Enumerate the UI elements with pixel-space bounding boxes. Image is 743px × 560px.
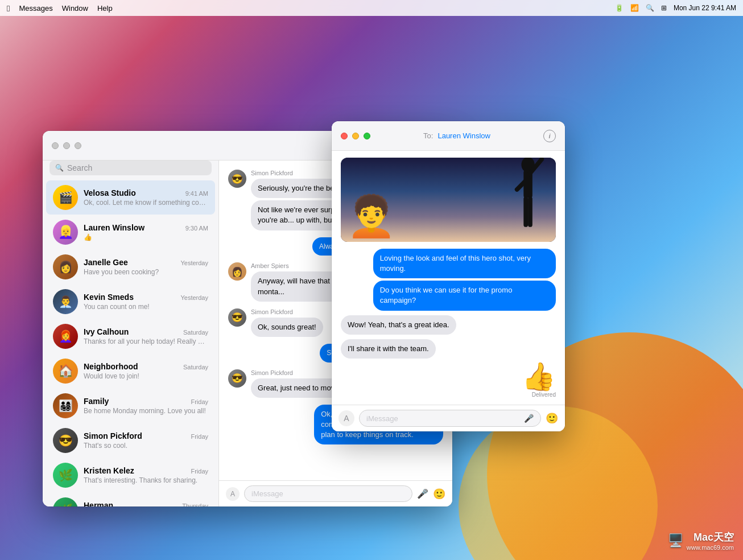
my-bubbles-front: Loving the look and feel of this hero sh… <box>341 249 556 311</box>
emoji-icon-back[interactable]: 🙂 <box>433 488 445 500</box>
bubble-lauren-2: I'll share it with the team. <box>341 339 436 359</box>
conversation-list: 🎬 Velosa Studio 9:41 AM Ok, cool. Let me… <box>43 180 218 507</box>
conv-info-ivy: Ivy Calhoun Saturday Thanks for all your… <box>84 327 208 345</box>
search-icon-small: 🔍 <box>55 164 64 172</box>
sidebar: 🔍 Search 🎬 Velosa Studio 9:41 AM Ok, coo… <box>43 160 219 507</box>
lauren-bubble-2-row: I'll share it with the team. <box>341 339 556 359</box>
maximize-button-back[interactable] <box>75 142 81 149</box>
conv-item-ivy[interactable]: 👩‍🦰 Ivy Calhoun Saturday Thanks for all … <box>46 319 215 353</box>
bubble-front-1: Loving the look and feel of this hero sh… <box>373 249 556 278</box>
conv-time-ivy: Saturday <box>183 329 208 336</box>
conv-name-simon: Simon Pickford <box>84 431 142 440</box>
messages-window-front: To: Lauren Winslow i <box>332 121 565 431</box>
menubar-window[interactable]: Window <box>62 4 88 13</box>
front-chat-area: 🧑‍🦱 Loving the look and feel of this her… <box>332 151 565 431</box>
info-button[interactable]: i <box>543 130 556 142</box>
conv-info-lauren: Lauren Winslow 9:30 AM 👍 <box>84 223 208 241</box>
lauren-bubbles: Wow! Yeah, that's a great idea. <box>341 315 556 335</box>
thumbs-up-emoji: 👍 <box>522 363 556 390</box>
traffic-lights-front <box>341 133 370 139</box>
conv-info-neighborhood: Neighborhood Saturday Would love to join… <box>84 362 208 380</box>
watermark-logo: Mac天空 <box>687 530 734 544</box>
conv-preview-family: Be home Monday morning. Love you all! <box>84 407 208 415</box>
traffic-lights-back <box>52 142 81 149</box>
avatar-simon: 😎 <box>53 428 78 453</box>
conv-item-janelle[interactable]: 👩 Janelle Gee Yesterday Have you been co… <box>46 250 215 284</box>
conv-preview-kristen: That's interesting. Thanks for sharing. <box>84 476 208 484</box>
audio-icon-front: 🎤 <box>524 414 534 423</box>
conv-name-janelle: Janelle Gee <box>84 258 128 267</box>
imessage-input-back-field[interactable]: iMessage <box>244 485 412 502</box>
recipient-front: Lauren Winslow <box>437 131 490 140</box>
minimize-button-back[interactable] <box>63 142 70 149</box>
emoji-icon-front[interactable]: 🙂 <box>546 412 558 425</box>
avatar-velosa: 🎬 <box>53 185 78 210</box>
conv-info-family: Family Friday Be home Monday morning. Lo… <box>84 397 208 415</box>
avatar-herman: 🌿 <box>53 497 78 507</box>
conv-preview-kevin: You can count on me! <box>84 303 208 311</box>
conv-item-velosa[interactable]: 🎬 Velosa Studio 9:41 AM Ok, cool. Let me… <box>46 180 215 215</box>
wifi-icon: 📶 <box>630 4 639 12</box>
front-input-row: A iMessage 🎤 🙂 <box>332 405 565 431</box>
input-placeholder-front: iMessage <box>366 414 519 423</box>
bubble-simon-2: Ok, sounds great! <box>251 318 323 337</box>
svg-rect-5 <box>528 196 533 227</box>
to-label-front: To: <box>423 131 433 140</box>
search-placeholder: Search <box>67 163 92 172</box>
close-button-front[interactable] <box>341 133 348 139</box>
menubar-help[interactable]: Help <box>97 4 113 13</box>
conv-item-kristen[interactable]: 🌿 Kristen Kelez Friday That's interestin… <box>46 458 215 492</box>
conv-preview-velosa: Ok, cool. Let me know if something comes… <box>84 199 208 207</box>
bubble-lauren-1: Wow! Yeah, that's a great idea. <box>341 315 456 335</box>
conv-info-janelle: Janelle Gee Yesterday Have you been cook… <box>84 258 208 276</box>
menubar-messages[interactable]: Messages <box>19 4 52 13</box>
avatar-lauren: 👱‍♀️ <box>53 220 78 245</box>
close-button-back[interactable] <box>52 142 59 149</box>
front-messages: 🧑‍🦱 Loving the look and feel of this her… <box>332 151 565 405</box>
conv-time-kevin: Yesterday <box>180 294 208 301</box>
search-bar[interactable]: 🔍 Search <box>49 160 212 175</box>
search-icon[interactable]: 🔍 <box>646 4 654 12</box>
appstore-button-back[interactable]: A <box>226 487 240 501</box>
conv-item-lauren[interactable]: 👱‍♀️ Lauren Winslow 9:30 AM 👍 <box>46 215 215 249</box>
thumbs-delivered: 👍 Delivered <box>341 363 556 398</box>
maximize-button-front[interactable] <box>364 133 370 139</box>
imessage-input-front[interactable]: iMessage 🎤 <box>359 410 541 427</box>
datetime: Mon Jun 22 9:41 AM <box>674 4 736 12</box>
conv-info-velosa: Velosa Studio 9:41 AM Ok, cool. Let me k… <box>84 188 208 207</box>
input-row-back: A iMessage 🎤 🙂 <box>219 480 452 507</box>
conv-preview-neighborhood: Would love to join! <box>84 372 208 380</box>
conv-time-janelle: Yesterday <box>180 260 208 266</box>
audio-icon-back: 🎤 <box>417 488 428 499</box>
bubble-front-2: Do you think we can use it for the promo… <box>373 281 556 310</box>
apple-menu[interactable]:  <box>7 3 10 13</box>
control-center-icon[interactable]: ⊞ <box>661 4 667 12</box>
memoji-overlay: 🧑‍🦱 <box>346 196 396 236</box>
battery-icon: 🔋 <box>615 4 624 12</box>
front-header: To: Lauren Winslow i <box>332 121 565 151</box>
conv-info-kevin: Kevin Smeds Yesterday You can count on m… <box>84 293 208 311</box>
watermark-url: www.mac69.com <box>687 544 734 551</box>
conv-item-simon[interactable]: 😎 Simon Pickford Friday That's so cool. <box>46 423 215 458</box>
conv-item-kevin[interactable]: 👨‍💼 Kevin Smeds Yesterday You can count … <box>46 285 215 319</box>
avatar-ivy: 👩‍🦰 <box>53 324 78 349</box>
delivered-text: Delivered <box>532 392 556 398</box>
conv-name-ivy: Ivy Calhoun <box>84 327 129 336</box>
hero-image: 🧑‍🦱 <box>341 158 556 242</box>
svg-rect-4 <box>523 196 528 227</box>
menubar:  Messages Window Help 🔋 📶 🔍 ⊞ Mon Jun 2… <box>0 0 743 16</box>
conv-name-lauren: Lauren Winslow <box>84 223 145 232</box>
conv-time-herman: Thursday <box>182 503 208 507</box>
conv-name-family: Family <box>84 397 109 406</box>
conv-info-kristen: Kristen Kelez Friday That's interesting.… <box>84 466 208 484</box>
conv-item-family[interactable]: 👨‍👩‍👧‍👦 Family Friday Be home Monday mor… <box>46 389 215 423</box>
conv-name-velosa: Velosa Studio <box>84 188 136 197</box>
avatar-neighborhood: 🏠 <box>53 359 78 384</box>
conv-item-herman[interactable]: 🌿 Herman Thursday Secret about box. <box>46 493 215 507</box>
minimize-button-front[interactable] <box>352 133 359 139</box>
conv-info-simon: Simon Pickford Friday That's so cool. <box>84 431 208 450</box>
conv-item-neighborhood[interactable]: 🏠 Neighborhood Saturday Would love to jo… <box>46 354 215 388</box>
appstore-button-front[interactable]: A <box>339 410 354 426</box>
conv-time-simon: Friday <box>191 433 208 440</box>
conv-time-kristen: Friday <box>191 468 208 475</box>
